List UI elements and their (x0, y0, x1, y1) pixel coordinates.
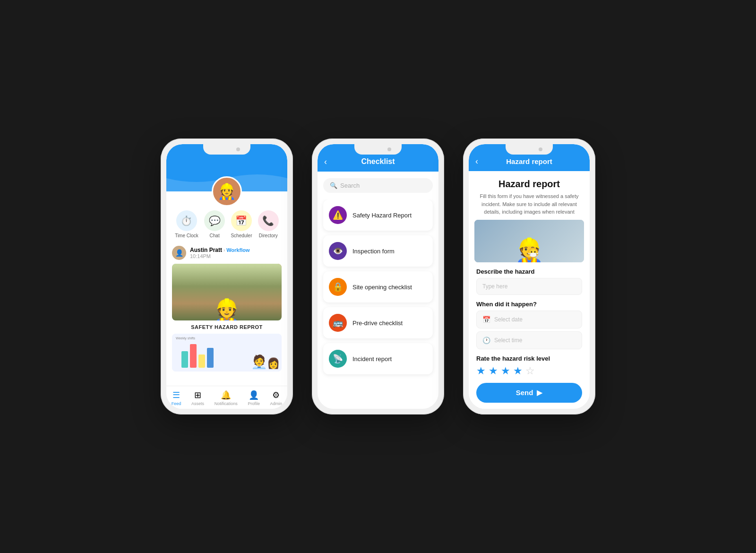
search-bar[interactable]: 🔍 Search (323, 178, 433, 193)
user-avatar: 👤 (172, 246, 186, 260)
directory-label: Directory (259, 233, 278, 238)
incident-name: Incident report (352, 355, 392, 363)
nav-admin[interactable]: ⚙ Admin (270, 390, 283, 406)
star-rating[interactable]: ★ ★ ★ ★ ☆ (476, 365, 582, 377)
notifications-nav-label: Notifications (215, 401, 238, 406)
predrive-icon: 🚌 (329, 314, 347, 332)
incident-icon: 📡 (329, 350, 347, 368)
site-opening-name: Site opening checklist (352, 284, 412, 291)
feed-image-1: 👷 (172, 264, 282, 320)
scheduler-item[interactable]: 📅 Scheduler (231, 210, 252, 238)
nav-feed[interactable]: ☰ Feed (172, 390, 181, 406)
scene: 👷 ⏱️ Time Clock 💬 Chat (142, 110, 614, 443)
phone2-back-button[interactable]: ‹ (324, 157, 327, 167)
inspection-name: Inspection form (352, 248, 395, 255)
form-section: Describe the hazard Type here When did i… (469, 268, 590, 377)
star-5[interactable]: ☆ (525, 365, 535, 377)
checklist-item-safety[interactable]: ⚠️ Safety Hazard Report (323, 199, 433, 231)
user-row: 👤 Austin Pratt › Workflow 10:14PM (172, 246, 282, 260)
time-input[interactable]: 🕐 Select time (476, 331, 582, 349)
search-icon: 🔍 (330, 182, 337, 189)
checklist-item-inspection[interactable]: 👁️ Inspection form (323, 235, 433, 267)
user-workflow: Workflow (226, 247, 249, 253)
phone3-back-button[interactable]: ‹ (475, 156, 478, 166)
checklist-list: ⚠️ Safety Hazard Report 👁️ Inspection fo… (318, 199, 438, 409)
hazard-main-title: Hazard report (476, 179, 582, 190)
chat-item[interactable]: 💬 Chat (204, 210, 225, 238)
bottom-nav: ☰ Feed ⊞ Assets 🔔 Notifications 👤 Profil… (166, 386, 287, 409)
time-clock-icon: ⏱️ (176, 210, 197, 231)
phone-1: 👷 ⏱️ Time Clock 💬 Chat (161, 138, 293, 415)
scheduler-icon: 📅 (231, 210, 252, 231)
feed-nav-label: Feed (172, 401, 181, 406)
notch-2 (354, 144, 402, 155)
camera-1 (236, 147, 240, 151)
time-placeholder: Select time (494, 337, 522, 344)
camera-2 (387, 147, 391, 151)
checklist-item-predrive[interactable]: 🚌 Pre-drive checklist (323, 307, 433, 338)
directory-icon: 📞 (258, 210, 279, 231)
hazard-title-section: Hazard report Fill this form if you have… (469, 171, 590, 220)
phone-2: ‹ Checklist 🔍 Search ⚠️ Safety Hazard Re… (312, 138, 444, 415)
describe-label: Describe the hazard (476, 268, 582, 275)
user-name: Austin Pratt (190, 247, 222, 253)
feed-card-2: Weekly shifts 🧑‍💼 👩 (172, 334, 282, 372)
checklist-item-site[interactable]: 🔒 Site opening checklist (323, 271, 433, 302)
site-opening-icon: 🔒 (329, 278, 347, 296)
phone3-title: Hazard report (506, 157, 552, 165)
chat-icon: 💬 (204, 210, 225, 231)
safety-hazard-name: Safety Hazard Report (352, 212, 412, 219)
send-button[interactable]: Send ▶ (476, 383, 582, 403)
notch-1 (203, 144, 250, 155)
describe-placeholder: Type here (482, 283, 507, 290)
user-name-line: Austin Pratt › Workflow (190, 247, 249, 253)
star-1[interactable]: ★ (476, 365, 486, 377)
profile-nav-label: Profile (248, 401, 260, 406)
search-placeholder: Search (340, 182, 360, 189)
phone-3: ‹ Hazard report Hazard report Fill this … (463, 138, 595, 415)
describe-input[interactable]: Type here (476, 278, 582, 295)
star-2[interactable]: ★ (489, 365, 498, 377)
nav-notifications[interactable]: 🔔 Notifications (215, 390, 238, 406)
profile-icon: 👤 (249, 390, 259, 400)
when-label: When did it happen? (476, 301, 582, 308)
camera-3 (539, 147, 542, 151)
time-clock-label: Time Clock (175, 233, 198, 238)
rate-label: Rate the hazard risk level (476, 355, 582, 362)
hazard-description: Fill this form if you have witnessed a s… (476, 192, 582, 216)
calendar-icon: 📅 (482, 316, 490, 323)
phone-2-screen: ‹ Checklist 🔍 Search ⚠️ Safety Hazard Re… (318, 144, 438, 409)
star-4[interactable]: ★ (513, 365, 523, 377)
phone-3-screen: ‹ Hazard report Hazard report Fill this … (469, 144, 590, 409)
date-input[interactable]: 📅 Select date (476, 311, 582, 328)
safety-hazard-icon: ⚠️ (329, 206, 347, 224)
send-icon: ▶ (537, 389, 542, 397)
phone3-content: ‹ Hazard report Hazard report Fill this … (469, 144, 590, 409)
send-label: Send (516, 389, 533, 397)
nav-profile[interactable]: 👤 Profile (248, 390, 260, 406)
directory-item[interactable]: 📞 Directory (258, 210, 279, 238)
avatar: 👷 (212, 176, 242, 207)
date-placeholder: Select date (494, 316, 523, 323)
phone-1-screen: 👷 ⏱️ Time Clock 💬 Chat (166, 144, 287, 409)
icon-grid: ⏱️ Time Clock 💬 Chat 📅 Scheduler 📞 (172, 210, 282, 238)
nav-assets[interactable]: ⊞ Assets (191, 390, 204, 406)
hazard-image: 👷 😷 (474, 220, 584, 262)
notch-3 (506, 144, 553, 155)
scheduler-label: Scheduler (231, 233, 252, 238)
user-info: Austin Pratt › Workflow 10:14PM (190, 247, 249, 259)
phone3-body: Hazard report Fill this form if you have… (469, 171, 590, 409)
admin-nav-label: Admin (270, 401, 283, 406)
notifications-icon: 🔔 (221, 390, 231, 400)
user-time: 10:14PM (190, 253, 249, 259)
assets-nav-label: Assets (191, 401, 204, 406)
phone1-content: 👷 ⏱️ Time Clock 💬 Chat (166, 144, 287, 409)
time-clock-item[interactable]: ⏱️ Time Clock (175, 210, 198, 238)
checklist-item-incident[interactable]: 📡 Incident report (323, 343, 433, 374)
chat-label: Chat (210, 233, 220, 238)
predrive-name: Pre-drive checklist (352, 320, 403, 327)
star-3[interactable]: ★ (501, 365, 510, 377)
admin-icon: ⚙ (272, 390, 280, 400)
inspection-icon: 👁️ (329, 242, 347, 260)
phone2-content: ‹ Checklist 🔍 Search ⚠️ Safety Hazard Re… (318, 144, 438, 409)
